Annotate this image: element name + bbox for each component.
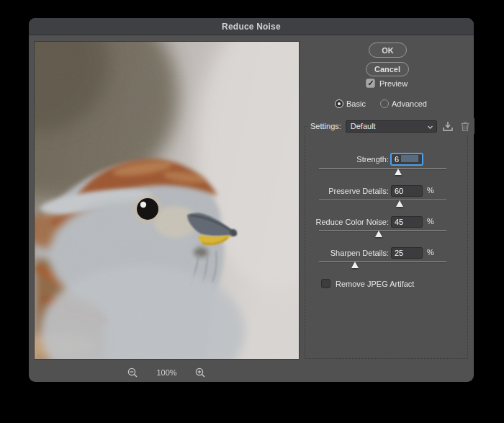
- sharpen-details-label: Sharpen Details:: [274, 247, 389, 259]
- strength-label: Strength:: [274, 153, 389, 165]
- trash-icon: [460, 121, 470, 132]
- sharpen-details-value-field[interactable]: 25: [391, 247, 423, 259]
- jpeg-checkbox-label: Remove JPEG Artifact: [336, 280, 414, 288]
- advanced-radio-label: Advanced: [392, 99, 427, 108]
- slider-track[interactable]: [319, 168, 446, 169]
- basic-radio[interactable]: [335, 99, 343, 108]
- jpeg-checkbox[interactable]: [321, 279, 330, 288]
- slider-track[interactable]: [319, 261, 446, 262]
- zoom-level: 100%: [156, 368, 179, 377]
- zoom-bar: 100%: [35, 365, 299, 380]
- settings-dropdown-value: Default: [346, 122, 376, 130]
- sharpen-details-suffix: %: [427, 248, 434, 257]
- preview-checkbox[interactable]: [366, 79, 375, 88]
- preview-checkbox-label: Preview: [379, 79, 408, 88]
- slider-track[interactable]: [319, 200, 446, 200]
- delete-settings-button[interactable]: [459, 120, 472, 133]
- preserve-details-suffix: %: [427, 186, 434, 195]
- reduce-color-noise-label: Reduce Color Noise:: [274, 216, 389, 228]
- reduce-color-noise-slider[interactable]: [319, 227, 446, 237]
- zoom-out-button[interactable]: [127, 366, 140, 379]
- slider-thumb[interactable]: [396, 200, 403, 207]
- ok-button[interactable]: OK: [369, 43, 407, 58]
- cancel-button[interactable]: Cancel: [366, 62, 409, 76]
- reduce-color-noise-suffix: %: [427, 217, 434, 226]
- field-value: 60: [395, 187, 403, 195]
- zoom-in-button[interactable]: [194, 366, 207, 379]
- settings-dropdown[interactable]: Default: [346, 120, 437, 133]
- zoom-out-icon: [127, 368, 138, 378]
- save-settings-icon: [442, 121, 454, 132]
- strength-row: Strength: 6: [29, 153, 474, 166]
- slider-thumb[interactable]: [351, 262, 359, 268]
- field-value: 6: [395, 155, 399, 164]
- save-settings-button[interactable]: [442, 120, 454, 133]
- strength-value-field[interactable]: 6: [391, 153, 423, 165]
- slider-track[interactable]: [319, 230, 446, 231]
- reduce-color-noise-value-field[interactable]: 45: [391, 216, 423, 228]
- chevron-down-icon: [427, 124, 433, 130]
- reduce-noise-dialog: Reduce Noise: [29, 18, 474, 382]
- dialog-titlebar[interactable]: Reduce Noise: [29, 18, 474, 35]
- slider-thumb[interactable]: [395, 169, 402, 175]
- field-value: 25: [395, 249, 403, 257]
- bird-photo: [35, 42, 299, 359]
- preserve-details-slider[interactable]: [319, 197, 446, 207]
- preserve-details-label: Preserve Details:: [274, 185, 389, 197]
- screen-background: Reduce Noise: [0, 0, 504, 423]
- dialog-title: Reduce Noise: [222, 22, 281, 32]
- image-preview[interactable]: [35, 42, 299, 359]
- text-selection: [401, 155, 418, 162]
- settings-row: Settings: Default: [307, 118, 474, 134]
- basic-radio-label: Basic: [346, 99, 366, 108]
- zoom-in-icon: [195, 368, 206, 378]
- slider-thumb[interactable]: [375, 231, 382, 237]
- strength-slider[interactable]: [319, 165, 446, 175]
- advanced-radio[interactable]: [380, 99, 389, 108]
- preserve-details-row: Preserve Details: 60 %: [29, 185, 474, 197]
- field-value: 45: [395, 218, 403, 226]
- settings-label: Settings:: [310, 122, 341, 130]
- sharpen-details-slider[interactable]: [319, 258, 446, 268]
- preserve-details-value-field[interactable]: 60: [391, 185, 423, 197]
